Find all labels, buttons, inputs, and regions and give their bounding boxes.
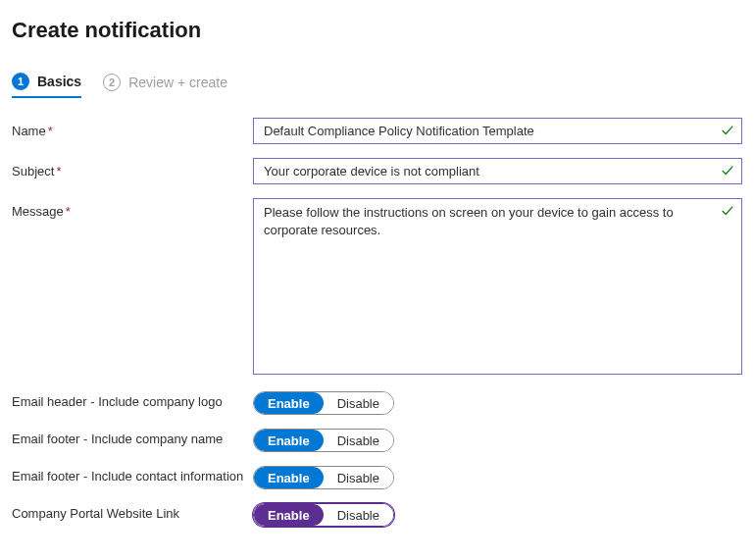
header-logo-enable[interactable]: Enable — [254, 392, 324, 414]
footer-contact-disable[interactable]: Disable — [324, 467, 393, 488]
portal-link-disable[interactable]: Disable — [324, 504, 393, 526]
page-title: Create notification — [12, 18, 742, 43]
footer-name-toggle[interactable]: Enable Disable — [253, 429, 394, 452]
message-label: Message* — [12, 198, 253, 219]
header-logo-toggle[interactable]: Enable Disable — [253, 391, 394, 415]
step-number-1: 1 — [12, 73, 29, 90]
footer-contact-toggle[interactable]: Enable Disable — [253, 466, 394, 489]
name-label: Name* — [12, 118, 253, 138]
portal-link-enable[interactable]: Enable — [254, 504, 324, 526]
message-input[interactable] — [253, 198, 742, 375]
footer-name-disable[interactable]: Disable — [324, 430, 393, 451]
step-number-2: 2 — [103, 74, 121, 91]
tab-review-label: Review + create — [128, 75, 227, 90]
header-logo-label: Email header - Include company logo — [12, 391, 253, 409]
header-logo-disable[interactable]: Disable — [324, 392, 393, 414]
tab-review[interactable]: 2 Review + create — [103, 74, 227, 97]
footer-name-label: Email footer - Include company name — [12, 429, 253, 446]
portal-link-toggle[interactable]: Enable Disable — [253, 503, 394, 527]
tab-basics-label: Basics — [37, 74, 81, 89]
name-input[interactable] — [253, 118, 742, 144]
subject-input[interactable] — [253, 158, 742, 184]
footer-contact-label: Email footer - Include contact informati… — [12, 466, 253, 484]
portal-link-label: Company Portal Website Link — [12, 503, 253, 521]
footer-name-enable[interactable]: Enable — [254, 430, 324, 451]
steps-tabs: 1 Basics 2 Review + create — [12, 73, 742, 98]
footer-contact-enable[interactable]: Enable — [254, 467, 324, 488]
tab-basics[interactable]: 1 Basics — [12, 73, 81, 98]
subject-label: Subject* — [12, 158, 253, 178]
